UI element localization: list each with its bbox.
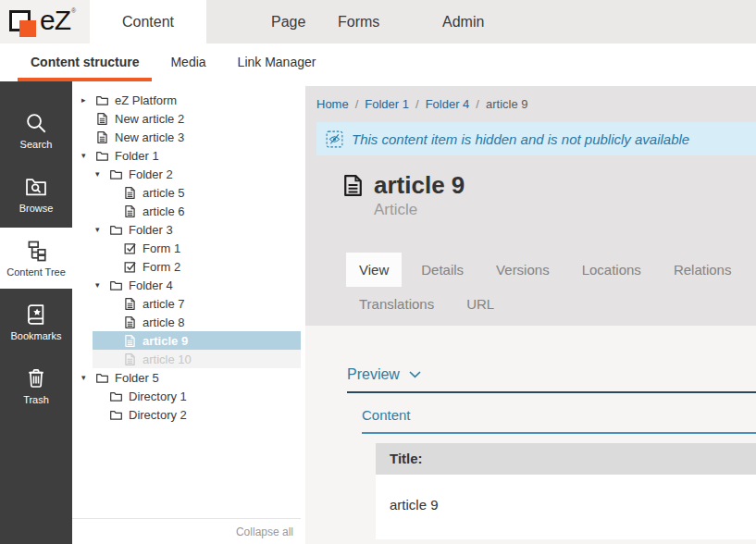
tree-item-label: article 7 xyxy=(143,297,185,311)
breadcrumb-link-folder-4[interactable]: Folder 4 xyxy=(426,97,470,111)
tree-item-folder-3[interactable]: ▾Folder 3 xyxy=(72,220,301,239)
tree-item-directory-1[interactable]: Directory 1 xyxy=(72,387,301,405)
tab-view[interactable]: View xyxy=(346,253,402,287)
tree-item-form-1[interactable]: Form 1 xyxy=(72,239,301,257)
tree-item-label: Folder 4 xyxy=(129,278,173,292)
tree-item-label: article 8 xyxy=(143,315,185,329)
tree-item-directory-2[interactable]: Directory 2 xyxy=(72,405,301,424)
tab-relations[interactable]: Relations xyxy=(661,253,745,287)
tab-translations[interactable]: Translations xyxy=(346,287,447,321)
folder-icon xyxy=(108,389,123,403)
breadcrumb-separator: / xyxy=(415,97,419,111)
tree-item-folder-1[interactable]: ▾Folder 1 xyxy=(72,146,301,165)
nav-admin[interactable]: Admin xyxy=(442,0,484,43)
tree-item-article-8[interactable]: article 8 xyxy=(72,313,301,331)
sidebar-item-label: Trash xyxy=(23,395,49,405)
sidebar-item-trash[interactable]: Trash xyxy=(0,355,72,416)
form-icon xyxy=(122,241,137,255)
tree-item-label: article 6 xyxy=(143,204,185,218)
sidebar-item-label: Search xyxy=(20,140,53,150)
tree-expand-arrow[interactable]: ▾ xyxy=(81,146,94,165)
left-sidebar: SearchBrowseContent TreeBookmarksTrash xyxy=(0,81,72,544)
tree-item-label: Folder 3 xyxy=(129,223,173,237)
logo-square-orange xyxy=(19,20,36,37)
subnav-content-structure[interactable]: Content structure xyxy=(18,43,152,81)
breadcrumb-current: article 9 xyxy=(486,97,528,111)
folder-icon xyxy=(94,93,109,107)
page-title: article 9 xyxy=(374,171,465,199)
nav-content[interactable]: Content xyxy=(90,0,206,44)
tree-item-article-6[interactable]: article 6 xyxy=(72,202,301,220)
hidden-eye-icon xyxy=(326,130,343,148)
content-tabs-row2: TranslationsURL xyxy=(346,287,756,321)
sidebar-item-search[interactable]: Search xyxy=(0,100,72,161)
sidebar-item-browse[interactable]: Browse xyxy=(0,164,72,225)
tree-item-new-article-3[interactable]: New article 3 xyxy=(72,128,301,146)
chevron-down-icon xyxy=(409,371,421,378)
preview-section-toggle[interactable]: Preview xyxy=(305,326,756,383)
sidebar-item-content-tree[interactable]: Content Tree xyxy=(0,228,72,289)
preview-heading: Preview xyxy=(347,366,400,383)
field-label: Title: xyxy=(376,443,756,475)
tree-item-article-7[interactable]: article 7 xyxy=(72,294,301,313)
tree-item-article-10[interactable]: article 10 xyxy=(72,350,301,368)
tree-expand-arrow[interactable]: ▸ xyxy=(81,91,94,109)
breadcrumb-link-home[interactable]: Home xyxy=(316,97,349,111)
folder-icon xyxy=(108,278,123,292)
tree-item-label: article 9 xyxy=(143,334,188,348)
tree-item-new-article-2[interactable]: New article 2 xyxy=(72,109,301,128)
article-icon xyxy=(122,352,137,366)
tree-expand-arrow[interactable]: ▾ xyxy=(95,220,108,239)
app-root: eZ ® ContentPageFormsAdmin Content struc… xyxy=(0,0,756,544)
tree-item-article-9[interactable]: article 9 xyxy=(72,331,301,350)
folder-icon xyxy=(108,407,123,422)
nav-forms[interactable]: Forms xyxy=(338,0,379,43)
tree-expand-arrow[interactable]: ▾ xyxy=(95,276,108,294)
main-content: Home/Folder 1/Folder 4/article 9 This co… xyxy=(301,81,756,544)
tree-item-article-5[interactable]: article 5 xyxy=(72,183,301,202)
sidebar-item-bookmarks[interactable]: Bookmarks xyxy=(0,291,72,352)
breadcrumb-separator: / xyxy=(476,97,479,111)
subnav-link-manager[interactable]: Link Manager xyxy=(225,43,329,81)
tree-item-label: article 5 xyxy=(143,186,185,200)
tree-item-label: Directory 1 xyxy=(129,389,187,403)
fields-table: Title:article 9 xyxy=(376,443,756,539)
content-section-heading: Content xyxy=(362,407,756,423)
tab-url[interactable]: URL xyxy=(453,287,507,321)
subnav-media[interactable]: Media xyxy=(157,43,218,81)
browse-icon xyxy=(24,175,48,199)
article-icon xyxy=(122,296,137,311)
tree-item-folder-4[interactable]: ▾Folder 4 xyxy=(72,276,301,294)
tree-item-label: Form 2 xyxy=(143,260,180,274)
tree-item-label: New article 2 xyxy=(115,112,184,126)
tree-item-folder-2[interactable]: ▾Folder 2 xyxy=(72,165,301,183)
tab-versions[interactable]: Versions xyxy=(483,253,563,287)
field-value: article 9 xyxy=(376,475,756,539)
article-icon xyxy=(341,171,366,200)
ez-logo[interactable]: eZ ® xyxy=(0,0,90,43)
tab-details[interactable]: Details xyxy=(408,253,477,287)
trash-icon xyxy=(24,366,48,390)
content-tabs-row1: ViewDetailsVersionsLocationsRelations xyxy=(346,253,756,287)
tree-item-form-2[interactable]: Form 2 xyxy=(72,257,301,276)
tree-item-ez-platform[interactable]: ▸eZ Platform xyxy=(72,91,301,109)
tree-item-folder-5[interactable]: ▾Folder 5 xyxy=(72,368,301,387)
tree-footer: Collapse all xyxy=(72,518,301,544)
folder-icon xyxy=(94,370,109,385)
collapse-all-button[interactable]: Collapse all xyxy=(236,519,301,538)
tree-expand-arrow[interactable]: ▾ xyxy=(81,368,94,387)
logo-registered-mark: ® xyxy=(71,7,76,14)
article-icon xyxy=(94,111,109,126)
content-tree-panel: ▸eZ PlatformNew article 2New article 3▾F… xyxy=(72,81,301,544)
tree-item-label: eZ Platform xyxy=(115,93,177,107)
article-icon xyxy=(122,315,137,329)
content-header: Home/Folder 1/Folder 4/article 9 This co… xyxy=(305,86,756,326)
tree-expand-arrow[interactable]: ▾ xyxy=(95,165,108,183)
breadcrumb-link-folder-1[interactable]: Folder 1 xyxy=(365,97,409,111)
tree-item-label: Directory 2 xyxy=(129,408,187,422)
article-icon xyxy=(122,185,137,200)
tree-item-label: New article 3 xyxy=(115,130,184,144)
nav-page[interactable]: Page xyxy=(271,0,305,43)
tree-item-label: article 10 xyxy=(143,352,192,366)
tab-locations[interactable]: Locations xyxy=(569,253,654,287)
